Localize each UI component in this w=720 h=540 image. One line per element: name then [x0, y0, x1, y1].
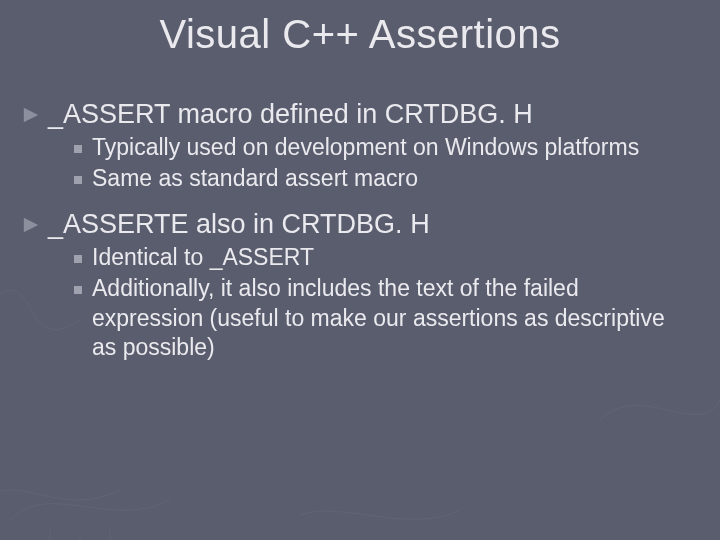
bullet-text: _ASSERT macro defined in CRTDBG. H	[48, 98, 533, 131]
bullet-level1: _ASSERT macro defined in CRTDBG. H	[22, 98, 692, 131]
subbullet-text: Identical to _ASSERT	[92, 243, 314, 272]
subbullet-text: Same as standard assert macro	[92, 164, 418, 193]
bullet-level2: Additionally, it also includes the text …	[74, 274, 692, 362]
triangle-bullet-icon	[22, 216, 40, 234]
slide: Visual C++ Assertions _ASSERT macro defi…	[0, 0, 720, 540]
subbullet-text: Additionally, it also includes the text …	[92, 274, 692, 362]
svg-rect-2	[74, 255, 82, 263]
bullet-level2: Same as standard assert macro	[74, 164, 692, 193]
bullet-level2: Identical to _ASSERT	[74, 243, 692, 272]
bullet-text: _ASSERTE also in CRTDBG. H	[48, 208, 430, 241]
slide-title: Visual C++ Assertions	[0, 12, 720, 57]
subbullet-text: Typically used on development on Windows…	[92, 133, 639, 162]
triangle-bullet-icon	[22, 106, 40, 124]
bullet-level2: Typically used on development on Windows…	[74, 133, 692, 162]
bullet-level1: _ASSERTE also in CRTDBG. H	[22, 208, 692, 241]
slide-content: _ASSERT macro defined in CRTDBG. H Typic…	[22, 90, 692, 365]
square-bullet-icon	[74, 286, 82, 294]
svg-rect-0	[74, 145, 82, 153]
square-bullet-icon	[74, 145, 82, 153]
square-bullet-icon	[74, 255, 82, 263]
svg-rect-1	[74, 176, 82, 184]
svg-rect-3	[74, 286, 82, 294]
square-bullet-icon	[74, 176, 82, 184]
